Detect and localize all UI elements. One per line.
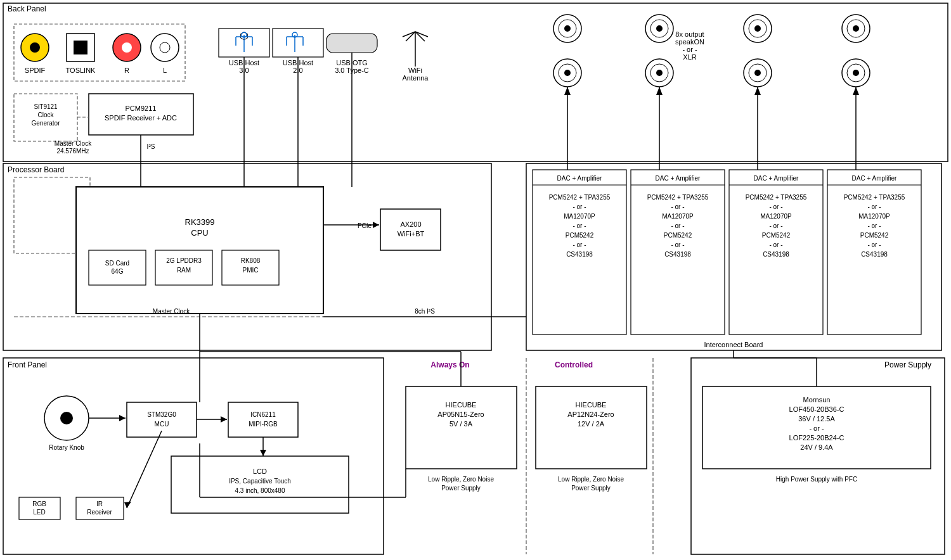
dac-amp-1-body3: MA12070P	[564, 213, 595, 220]
speakon-label4: XLR	[683, 53, 696, 61]
rotary-knob-center	[60, 412, 73, 424]
usb-otg-box	[327, 34, 377, 53]
mcu-to-ir-line	[127, 431, 162, 508]
dac-amp-3-body2: - or -	[769, 203, 782, 210]
lcd-label1: LCD	[253, 468, 267, 475]
dac-amp-3-body1: PCM5242 + TPA3255	[746, 194, 807, 201]
hiecube-12v-sub2: Power Supply	[571, 485, 611, 492]
rk3399-label2: CPU	[191, 228, 208, 238]
hiecube-5v-label2: AP05N15-Zero	[437, 410, 484, 418]
dac-amp-3-body6: - or -	[769, 241, 782, 248]
sdcard-label2: 64G	[112, 268, 124, 275]
rk808-label2: PMIC	[243, 267, 259, 274]
rgb-led-label1: RGB	[32, 500, 46, 507]
hiecube-12v-sub1: Low Ripple, Zero Noise	[558, 476, 624, 483]
master-clock-top-label: Master Clock	[55, 140, 92, 147]
svg-rect-0	[3, 3, 948, 162]
svg-marker-38	[564, 87, 571, 95]
stm32g0-label1: STM32G0	[147, 411, 176, 418]
dac-amp-1-body2: - or -	[573, 203, 586, 210]
spdif-label: SPDIF	[25, 67, 46, 74]
svg-marker-45	[373, 222, 379, 228]
svg-point-22	[754, 25, 761, 32]
svg-point-16	[564, 25, 571, 32]
dac-amp-1-header: DAC + Amplifier	[557, 175, 603, 182]
svg-marker-50	[119, 415, 126, 421]
mornsun-label1: Mornsun	[803, 396, 831, 404]
front-panel-label: Front Panel	[8, 360, 47, 369]
ram-label2: RAM	[177, 267, 191, 274]
r-inner	[122, 42, 132, 53]
r-label: R	[124, 67, 129, 74]
mornsun-label3: 36V / 12.5A	[798, 415, 835, 423]
rk3399-label1: RK3399	[185, 217, 215, 227]
hiecube-5v-label1: HIECUBE	[446, 401, 477, 409]
dac-amp-1-body5: PCM5242	[566, 232, 594, 239]
toslink-label: TOSLINK	[66, 67, 96, 74]
dac-amp-1-body7: CS43198	[566, 251, 593, 258]
spdif-center	[30, 42, 40, 53]
dac-amp-1-body1: PCM5242 + TPA3255	[549, 194, 611, 201]
svg-point-19	[656, 25, 663, 32]
svg-marker-52	[260, 450, 266, 456]
speakon-label: 8x output	[675, 30, 704, 38]
pcm9211-label2: SPDIF Receiver + ADC	[105, 114, 177, 122]
svg-marker-42	[754, 87, 761, 95]
sit9121-label1: SiT9121	[34, 103, 58, 110]
pcm9211-label1: PCM9211	[126, 105, 157, 112]
dac-amp-4-body3: MA12070P	[858, 213, 890, 220]
dac-amp-2-body2: - or -	[671, 203, 684, 210]
hiecube-12v-label1: HIECUBE	[576, 401, 607, 409]
mornsun-label5: LOF225-20B24-C	[789, 434, 844, 442]
rgb-led-label2: LED	[33, 509, 45, 516]
hiecube-12v-box	[536, 386, 647, 469]
sit9121-label2: Clock	[37, 111, 54, 118]
svg-point-28	[564, 70, 571, 76]
dac-amp-4-body2: - or -	[867, 203, 881, 210]
hiecube-5v-label3: 5V / 3A	[450, 420, 473, 428]
dac-amp-2-body1: PCM5242 + TPA3255	[647, 194, 709, 201]
toslink-inner	[74, 41, 87, 54]
hiecube-5v-sub1: Low Ripple, Zero Noise	[428, 476, 494, 483]
svg-marker-40	[656, 87, 663, 95]
dac-amp-2-body7: CS43198	[664, 251, 691, 258]
dac-amp-4-header: DAC + Amplifier	[852, 175, 898, 182]
dac-amp-4-body4: - or -	[867, 222, 881, 229]
dac-amp-4-body7: CS43198	[861, 251, 888, 258]
dac-amp-4-body1: PCM5242 + TPA3255	[844, 194, 905, 201]
hiecube-5v-box	[406, 386, 517, 469]
dac-amp-4-body6: - or -	[867, 241, 881, 248]
master-clock-mid-label: Master Clock	[153, 308, 190, 315]
lcd-label3: 4.3 inch, 800x480	[235, 487, 285, 494]
dac-amp-2-header: DAC + Amplifier	[656, 175, 701, 182]
usb-host-20-box	[273, 29, 323, 57]
l-label: L	[163, 67, 167, 74]
ram-label1: 2G LPDDR3	[166, 257, 202, 264]
rk808-label1: RK808	[241, 257, 261, 264]
controlled-label: Controlled	[555, 360, 593, 369]
dac-amp-2-body3: MA12070P	[662, 213, 694, 220]
dac-amp-3-body3: MA12070P	[760, 213, 792, 220]
hiecube-5v-sub2: Power Supply	[441, 485, 481, 492]
dac-amp-2-body6: - or -	[671, 241, 684, 248]
system-diagram: Back Panel SPDIF TOSLINK R L ⬡ USB Host …	[0, 0, 951, 560]
dac-amp-2-body5: PCM5242	[664, 232, 692, 239]
i2s-8ch-label: 8ch I²S	[415, 308, 435, 315]
speakon-label3: - or -	[682, 46, 697, 53]
sdcard-label1: SD Card	[105, 260, 129, 267]
icn6211-box	[228, 402, 298, 437]
svg-point-34	[754, 70, 761, 76]
stm32g0-label2: MCU	[155, 421, 169, 428]
lcd-label2: IPS, Capacitive Touch	[229, 478, 291, 485]
processor-board-label: Processor Board	[8, 165, 64, 174]
ax200-label2: WiFi+BT	[398, 230, 425, 238]
hiecube-12v-label2: AP12N24-Zero	[567, 410, 614, 418]
interconnect-board-label: Interconnect Board	[704, 341, 763, 348]
always-on-label: Always On	[430, 360, 469, 369]
dac-amp-3-body4: - or -	[769, 222, 782, 229]
svg-marker-51	[221, 416, 227, 423]
mornsun-label4: - or -	[809, 424, 824, 432]
power-supply-label: Power Supply	[884, 360, 931, 369]
mornsun-sub: High Power Supply with PFC	[776, 476, 857, 483]
mornsun-label6: 24V / 9.4A	[800, 443, 833, 451]
